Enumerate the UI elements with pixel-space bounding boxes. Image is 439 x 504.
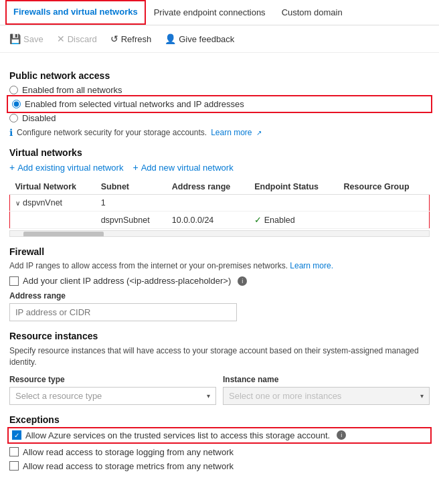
client-ip-row: Add your client IP address (<ip-address-… xyxy=(9,276,430,286)
virtual-networks-section: Virtual networks + Add existing virtual … xyxy=(9,147,430,237)
table-row-child: dspvnSubnet 10.0.0.0/24 ✓ Enabled xyxy=(10,212,430,229)
address-range-input[interactable] xyxy=(9,303,237,321)
resource-instances-desc: Specify resource instances that will hav… xyxy=(9,345,430,368)
refresh-icon: ↺ xyxy=(110,33,118,44)
tabs-bar: Firewalls and virtual networks Private e… xyxy=(0,0,439,25)
instance-name-label: Instance name xyxy=(223,375,430,384)
child-addr-cell: 10.0.0.0/24 xyxy=(167,212,249,229)
virtual-networks-title: Virtual networks xyxy=(9,147,430,158)
client-ip-checkbox[interactable] xyxy=(9,276,19,286)
save-icon: 💾 xyxy=(9,33,21,44)
plus-icon-existing: + xyxy=(9,162,15,173)
firewall-learn-more[interactable]: Learn more. xyxy=(290,261,333,270)
radio-all-networks[interactable]: Enabled from all networks xyxy=(9,85,430,95)
scrollbar-thumb xyxy=(23,232,104,237)
firewall-desc: Add IP ranges to allow access from the i… xyxy=(9,261,430,270)
vnet-name-cell: ∨ dspvnVnet xyxy=(10,195,96,212)
radio-selected-input[interactable] xyxy=(12,100,21,108)
firewall-section: Firewall Add IP ranges to allow access f… xyxy=(9,246,430,321)
plus-icon-new: + xyxy=(133,162,138,173)
child-subnet-cell: dspvnSubnet xyxy=(96,212,167,229)
info-row: ℹ Configure network security for your st… xyxy=(9,127,430,138)
radio-disabled-input[interactable] xyxy=(9,114,18,122)
info-icon: ℹ xyxy=(9,127,13,138)
main-content: Public network access Enabled from all n… xyxy=(0,53,439,483)
exception-logging-row: Allow read access to storage logging fro… xyxy=(9,447,430,457)
tab-private-endpoints[interactable]: Private endpoint connections xyxy=(146,1,274,24)
tab-firewalls[interactable]: Firewalls and virtual networks xyxy=(5,0,146,25)
trusted-info-icon[interactable]: i xyxy=(337,430,346,440)
discard-button[interactable]: ✕ Discard xyxy=(53,31,101,47)
resource-type-arrow-icon: ▾ xyxy=(207,392,210,400)
child-vnet-cell xyxy=(10,212,96,229)
logging-checkbox[interactable] xyxy=(9,447,19,456)
toolbar: 💾 Save ✕ Discard ↺ Refresh 👤 Give feedba… xyxy=(0,25,439,53)
radio-selected-networks[interactable]: Enabled from selected virtual networks a… xyxy=(9,98,430,110)
exceptions-title: Exceptions xyxy=(9,414,430,425)
refresh-button[interactable]: ↺ Refresh xyxy=(106,31,156,47)
vnet-status-cell xyxy=(249,195,338,212)
child-status-label: Enabled xyxy=(264,216,295,225)
firewall-title: Firewall xyxy=(9,246,430,257)
external-link-icon: ↗ xyxy=(256,129,262,137)
firewall-desc-text: Add IP ranges to allow access from the i… xyxy=(9,261,288,270)
save-button[interactable]: 💾 Save xyxy=(5,31,48,47)
add-links: + Add existing virtual network + Add new… xyxy=(9,162,430,173)
check-icon: ✓ xyxy=(254,216,262,225)
chevron-icon: ∨ xyxy=(15,199,20,207)
logging-label: Allow read access to storage logging fro… xyxy=(23,447,234,457)
add-existing-label: Add existing virtual network xyxy=(17,163,123,173)
resource-type-col: Resource type Select a resource type ▾ xyxy=(9,375,216,405)
public-access-section: Public network access Enabled from all n… xyxy=(9,70,430,138)
add-new-label: Add new virtual network xyxy=(141,163,234,173)
add-new-link[interactable]: + Add new virtual network xyxy=(133,162,233,173)
vnet-rg-cell xyxy=(339,195,430,212)
horizontal-scrollbar[interactable] xyxy=(9,230,430,237)
info-text: Configure network security for your stor… xyxy=(17,128,207,137)
address-range-group: Address range xyxy=(9,291,430,321)
resource-instances-title: Resource instances xyxy=(9,331,430,341)
feedback-icon: 👤 xyxy=(165,33,176,44)
col-resource-group: Resource Group xyxy=(339,179,430,195)
col-address-range: Address range xyxy=(167,179,249,195)
metrics-checkbox[interactable] xyxy=(9,461,19,471)
table-row-group: ∨ dspvnVnet 1 xyxy=(10,195,430,212)
vnet-count-cell: 1 xyxy=(96,195,167,212)
instance-name-col: Instance name Select one or more instanc… xyxy=(223,375,430,405)
vnet-name: dspvnVnet xyxy=(23,198,62,207)
col-virtual-network: Virtual Network xyxy=(10,179,96,195)
trusted-label: Allow Azure services on the trusted serv… xyxy=(25,430,330,440)
exception-trusted-row: ✓ Allow Azure services on the trusted se… xyxy=(9,429,430,442)
radio-selected-label: Enabled from selected virtual networks a… xyxy=(25,99,244,109)
client-ip-info-icon[interactable]: i xyxy=(238,276,247,286)
resource-type-placeholder: Select a resource type xyxy=(15,391,102,401)
radio-disabled[interactable]: Disabled xyxy=(9,113,430,123)
radio-group: Enabled from all networks Enabled from s… xyxy=(9,85,430,123)
feedback-button[interactable]: 👤 Give feedback xyxy=(161,31,238,47)
learn-more-link[interactable]: Learn more xyxy=(211,128,252,137)
public-access-title: Public network access xyxy=(9,70,430,81)
radio-all-label: Enabled from all networks xyxy=(22,85,122,95)
col-endpoint-status: Endpoint Status xyxy=(249,179,338,195)
radio-all-input[interactable] xyxy=(9,86,18,94)
vnet-expand[interactable]: ∨ dspvnVnet xyxy=(15,198,90,207)
metrics-label: Allow read access to storage metrics fro… xyxy=(23,461,234,471)
tab-custom-domain[interactable]: Custom domain xyxy=(274,1,351,24)
exceptions-section: Exceptions ✓ Allow Azure services on the… xyxy=(9,414,430,471)
instance-name-placeholder: Select one or more instances xyxy=(229,391,341,401)
client-ip-label: Add your client IP address (<ip-address-… xyxy=(23,276,231,286)
trusted-checkbox[interactable]: ✓ xyxy=(12,430,21,440)
instance-name-arrow-icon: ▾ xyxy=(420,392,424,400)
instance-name-select[interactable]: Select one or more instances ▾ xyxy=(223,387,430,405)
child-status-cell: ✓ Enabled xyxy=(249,212,338,229)
resource-type-select[interactable]: Select a resource type ▾ xyxy=(9,387,216,405)
resource-instances-section: Resource instances Specify resource inst… xyxy=(9,331,430,405)
address-range-label: Address range xyxy=(9,291,430,301)
vnet-addr-cell xyxy=(167,195,249,212)
discard-icon: ✕ xyxy=(57,33,65,44)
col-subnet: Subnet xyxy=(96,179,167,195)
add-existing-link[interactable]: + Add existing virtual network xyxy=(9,162,123,173)
vnet-table: Virtual Network Subnet Address range End… xyxy=(9,179,430,229)
exception-metrics-row: Allow read access to storage metrics fro… xyxy=(9,461,430,471)
resource-grid: Resource type Select a resource type ▾ I… xyxy=(9,375,430,405)
